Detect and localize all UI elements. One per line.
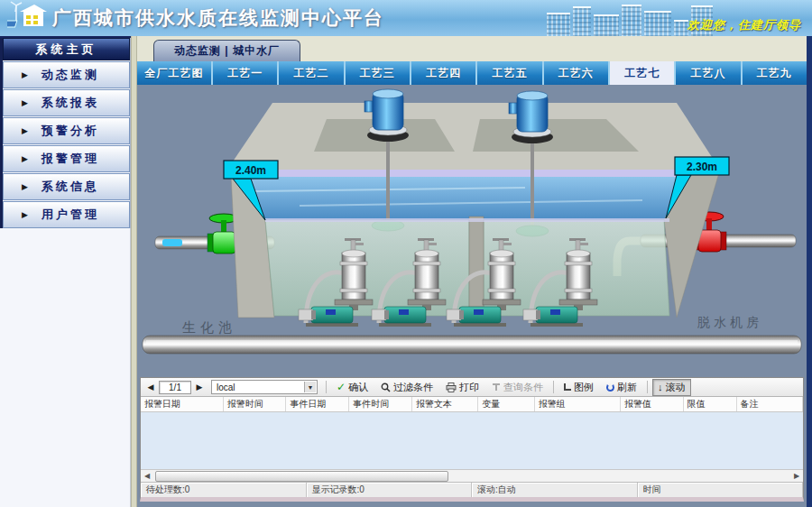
submenu-arrow-icon: ▶ [22, 182, 31, 191]
status-cell: 显示记录数:0 [307, 483, 473, 497]
query-icon [492, 383, 501, 392]
alarm-table-body [141, 412, 803, 469]
scroll-down-icon: ↓ [658, 383, 663, 392]
check-icon: ✓ [337, 382, 346, 392]
alarm-column-header[interactable]: 报警时间 [224, 397, 287, 411]
left-level-value: 2.40m [235, 164, 266, 177]
alarm-column-header[interactable]: 报警文本 [412, 397, 478, 411]
main-area: 动态监测 | 城中水厂 全厂工艺图 工艺一 工艺二 工艺三 工艺四 工艺五 工艺… [137, 36, 812, 507]
print-button[interactable]: 打印 [440, 379, 484, 396]
tab-process-8[interactable]: 工艺八 [674, 61, 740, 85]
toolbar-separator [553, 381, 554, 393]
range-dropdown-value: local [217, 383, 235, 392]
confirm-button[interactable]: ✓ 确认 [331, 379, 374, 396]
hscroll-left-icon[interactable]: ◀ [141, 472, 153, 480]
alarm-column-header[interactable]: 限值 [684, 397, 737, 411]
next-page-icon[interactable]: ▶ [193, 383, 206, 392]
magnifier-icon [381, 383, 391, 392]
sidebar-item-system-info[interactable]: ▶ 系统信息 [3, 173, 130, 200]
submenu-arrow-icon: ▶ [22, 210, 31, 219]
tab-process-4[interactable]: 工艺四 [410, 61, 475, 85]
sidebar-home-button[interactable]: 系统主页 [3, 38, 130, 60]
scrollbar-thumb[interactable] [155, 471, 448, 482]
submenu-arrow-icon: ▶ [22, 154, 31, 163]
breadcrumb-row: 动态监测 | 城中水厂 [137, 36, 807, 61]
printer-icon [446, 383, 457, 392]
tab-process-9[interactable]: 工艺九 [741, 61, 807, 85]
submenu-arrow-icon: ▶ [22, 98, 31, 107]
sidebar-item-label: 用户管理 [42, 207, 99, 223]
alarm-column-header[interactable]: 变量 [478, 397, 534, 411]
toolbar-separator [326, 381, 327, 393]
filter-conditions-button[interactable]: 过滤条件 [375, 379, 438, 396]
sidebar-item-user-management[interactable]: ▶ 用户管理 [3, 201, 130, 228]
alarm-column-header[interactable]: 报警日期 [141, 397, 224, 411]
alarm-panel: ◀ 1/1 ▶ local ▼ ✓ 确认 [140, 377, 804, 502]
tab-process-2[interactable]: 工艺二 [277, 61, 343, 85]
tab-process-1[interactable]: 工艺一 [211, 61, 277, 85]
alarm-column-header[interactable]: 报警值 [621, 397, 684, 411]
sidebar: 系统主页 ▶ 动态监测 ▶ 系统报表 ▶ 预警分析 ▶ 报警管理 [0, 36, 131, 507]
tab-process-5[interactable]: 工艺五 [475, 61, 541, 85]
welcome-message: 欢迎您，住建厅领导 [687, 17, 801, 33]
horizontal-scrollbar: ◀ ▶ [141, 469, 803, 482]
submenu-arrow-icon: ▶ [22, 70, 31, 79]
scroll-button[interactable]: ↓ 滚动 [652, 379, 691, 396]
sidebar-item-label: 系统报表 [42, 95, 99, 111]
alarm-column-header[interactable]: 备注 [737, 397, 803, 411]
alarm-column-header[interactable]: 报警组 [535, 397, 621, 411]
sidebar-item-label: 报警管理 [42, 151, 99, 167]
refresh-button[interactable]: 刷新 [601, 379, 642, 396]
alarm-status-bar: 待处理数:0 显示记录数:0 滚动:自动 时间 [141, 482, 803, 497]
process-tab-strip: 全厂工艺图 工艺一 工艺二 工艺三 工艺四 工艺五 工艺六 工艺七 工艺八 工艺… [137, 61, 807, 85]
sidebar-item-alarm-management[interactable]: ▶ 报警管理 [3, 145, 130, 172]
app-window: 广西城市供水水质在线监测中心平台 欢迎您，住建厅领导 系统主页 ▶ 动态监测 ▶ [0, 0, 812, 507]
aeration-tank-structure [227, 103, 720, 220]
area-label-left: 生化池 [182, 319, 236, 335]
status-cell: 滚动:自动 [472, 483, 638, 497]
alarm-toolbar: ◀ 1/1 ▶ local ▼ ✓ 确认 [141, 378, 803, 397]
hscroll-track[interactable] [153, 471, 790, 482]
tab-process-7[interactable]: 工艺七 [608, 61, 674, 85]
page-title: 广西城市供水水质在线监测中心平台 [52, 5, 384, 31]
area-label-right: 脱水机房 [697, 315, 762, 329]
app-logo [7, 1, 47, 35]
range-dropdown[interactable]: local ▼ [211, 380, 318, 394]
tab-plant-overview[interactable]: 全厂工艺图 [137, 61, 211, 85]
scada-canvas: 2.40m 2.30m [137, 85, 807, 507]
page-indicator: 1/1 [159, 381, 191, 394]
sidebar-item-label: 预警分析 [42, 123, 99, 139]
sidebar-item-system-reports[interactable]: ▶ 系统报表 [3, 89, 130, 116]
tab-process-6[interactable]: 工艺六 [542, 61, 608, 85]
status-cell: 时间 [638, 483, 804, 497]
submenu-arrow-icon: ▶ [22, 126, 31, 135]
query-conditions-button: 查询条件 [486, 379, 549, 396]
dropdown-arrow-icon: ▼ [304, 382, 316, 392]
app-header: 广西城市供水水质在线监测中心平台 欢迎您，住建厅领导 [0, 0, 812, 36]
tab-process-3[interactable]: 工艺三 [344, 61, 410, 85]
sidebar-item-dynamic-monitoring[interactable]: ▶ 动态监测 [3, 61, 130, 88]
breadcrumb-tab[interactable]: 动态监测 | 城中水厂 [153, 40, 300, 61]
sidebar-empty-area [0, 228, 131, 507]
prev-page-icon[interactable]: ◀ [144, 383, 157, 392]
sidebar-item-label: 系统信息 [42, 179, 99, 195]
alarm-column-header[interactable]: 事件日期 [286, 397, 349, 411]
sidebar-item-label: 动态监测 [42, 67, 99, 83]
main-pipe [143, 336, 801, 354]
legend-icon [564, 383, 571, 391]
alarm-table-header: 报警日期 报警时间 事件日期 事件时间 报警文本 变量 报警组 报警值 限值 备… [141, 397, 803, 412]
sidebar-item-warning-analysis[interactable]: ▶ 预警分析 [3, 117, 130, 144]
vertical-divider [131, 36, 137, 507]
right-level-value: 2.30m [687, 161, 717, 173]
alarm-column-header[interactable]: 事件时间 [349, 397, 412, 411]
toolbar-separator [647, 381, 648, 393]
refresh-icon [606, 383, 614, 392]
legend-button[interactable]: 图例 [558, 379, 599, 396]
status-cell: 待处理数:0 [141, 483, 307, 497]
hscroll-right-icon[interactable]: ▶ [790, 472, 803, 480]
